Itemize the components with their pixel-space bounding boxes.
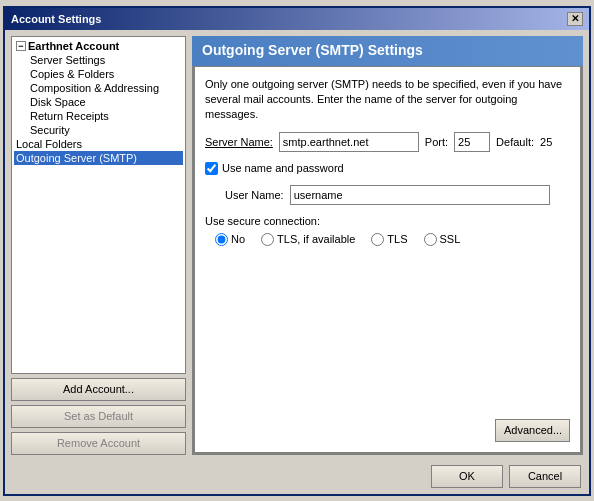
description-text: Only one outgoing server (SMTP) needs to… — [205, 77, 570, 122]
right-panel: Outgoing Server (SMTP) Settings Only one… — [192, 36, 583, 455]
tree-container: − Earthnet Account Server Settings Copie… — [11, 36, 186, 374]
radio-ssl-input[interactable] — [424, 233, 437, 246]
advanced-button[interactable]: Advanced... — [495, 419, 570, 442]
earthnet-children: Server Settings Copies & Folders Composi… — [14, 53, 183, 137]
add-account-button[interactable]: Add Account... — [11, 378, 186, 401]
radio-tls[interactable]: TLS — [371, 233, 407, 246]
ok-button[interactable]: OK — [431, 465, 503, 488]
default-label: Default: — [496, 136, 534, 148]
radio-options: No TLS, if available TLS — [205, 233, 570, 246]
window-footer: OK Cancel — [5, 461, 589, 494]
radio-tls-available[interactable]: TLS, if available — [261, 233, 355, 246]
left-panel: − Earthnet Account Server Settings Copie… — [11, 36, 186, 455]
close-button[interactable]: ✕ — [567, 12, 583, 26]
panel-wrapper: Only one outgoing server (SMTP) needs to… — [192, 66, 583, 455]
expand-icon: − — [16, 41, 26, 51]
advanced-row: Advanced... — [205, 419, 570, 442]
use-name-password-row: Use name and password — [205, 162, 570, 175]
sidebar-item-security[interactable]: Security — [28, 123, 183, 137]
sidebar-item-composition-addressing[interactable]: Composition & Addressing — [28, 81, 183, 95]
window-body: − Earthnet Account Server Settings Copie… — [5, 30, 589, 461]
account-settings-window: Account Settings ✕ − Earthnet Account Se… — [3, 6, 591, 496]
sidebar-item-outgoing-server[interactable]: Outgoing Server (SMTP) — [14, 151, 183, 165]
server-name-label: Server Name: — [205, 136, 273, 148]
sidebar-item-return-receipts[interactable]: Return Receipts — [28, 109, 183, 123]
window-title: Account Settings — [11, 13, 101, 25]
username-row: User Name: — [205, 185, 570, 205]
username-input[interactable] — [290, 185, 550, 205]
sidebar-item-copies-folders[interactable]: Copies & Folders — [28, 67, 183, 81]
radio-tls-available-input[interactable] — [261, 233, 274, 246]
default-value: 25 — [540, 136, 552, 148]
panel-title: Outgoing Server (SMTP) Settings — [202, 42, 573, 58]
use-name-password-checkbox[interactable] — [205, 162, 218, 175]
use-name-password-label: Use name and password — [222, 162, 344, 174]
earthnet-account-label: Earthnet Account — [28, 40, 119, 52]
sidebar-item-local-folders[interactable]: Local Folders — [14, 137, 183, 151]
sidebar-item-server-settings[interactable]: Server Settings — [28, 53, 183, 67]
set-as-default-button[interactable]: Set as Default — [11, 405, 186, 428]
radio-ssl[interactable]: SSL — [424, 233, 461, 246]
username-label: User Name: — [225, 189, 284, 201]
port-input[interactable] — [454, 132, 490, 152]
radio-no-input[interactable] — [215, 233, 228, 246]
sidebar-item-disk-space[interactable]: Disk Space — [28, 95, 183, 109]
port-label: Port: — [425, 136, 448, 148]
radio-no[interactable]: No — [215, 233, 245, 246]
panel-content: Only one outgoing server (SMTP) needs to… — [194, 66, 581, 453]
secure-connection-label: Use secure connection: — [205, 215, 570, 227]
title-bar: Account Settings ✕ — [5, 8, 589, 30]
tree-earthnet-account[interactable]: − Earthnet Account — [14, 39, 183, 53]
left-buttons: Add Account... Set as Default Remove Acc… — [11, 378, 186, 455]
panel-header: Outgoing Server (SMTP) Settings — [192, 36, 583, 66]
secure-connection-group: Use secure connection: No TLS, if availa… — [205, 215, 570, 246]
remove-account-button[interactable]: Remove Account — [11, 432, 186, 455]
server-name-input[interactable] — [279, 132, 419, 152]
radio-tls-input[interactable] — [371, 233, 384, 246]
cancel-button[interactable]: Cancel — [509, 465, 581, 488]
server-name-row: Server Name: Port: Default: 25 — [205, 132, 570, 152]
